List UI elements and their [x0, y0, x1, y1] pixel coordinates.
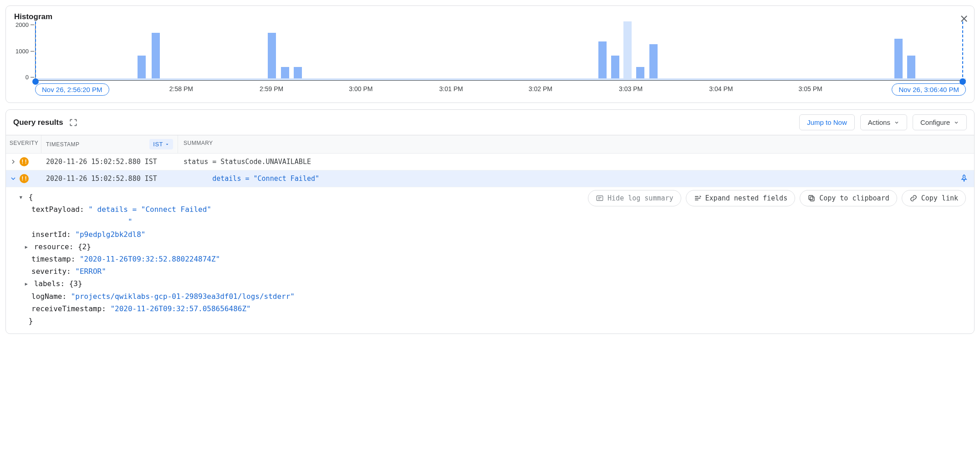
col-severity[interactable]: SEVERITY	[6, 135, 41, 153]
log-timestamp: 2020-11-26 15:02:52.880 IST	[41, 156, 178, 168]
json-key[interactable]: receiveTimestamp:	[31, 304, 106, 313]
hide-label: Hide log summary	[607, 194, 674, 202]
configure-label: Configure	[920, 118, 950, 126]
expand-nested-button[interactable]: Expand nested fields	[686, 190, 796, 206]
fullscreen-icon[interactable]	[69, 118, 78, 127]
log-summary: status = StatusCode.UNAVAILABLE	[178, 156, 974, 168]
x-tick-label: 3:01 PM	[439, 85, 463, 92]
json-open-brace: {	[29, 193, 33, 201]
histogram-bar[interactable]	[649, 44, 658, 78]
x-tick-label: 2:58 PM	[169, 85, 193, 92]
histogram-bar[interactable]	[894, 39, 903, 79]
log-row[interactable]: !! 2020-11-26 15:02:52.880 IST details =…	[6, 170, 974, 187]
pin-icon[interactable]	[960, 174, 969, 183]
y-tick-label: 2000	[15, 21, 29, 28]
json-value[interactable]: "2020-11-26T09:32:52.880224874Z"	[80, 255, 220, 263]
caret-right-icon[interactable]: ▸	[24, 277, 30, 290]
histogram-bar[interactable]	[907, 56, 915, 78]
log-summary: details = "Connect Failed"	[178, 173, 960, 185]
json-value[interactable]: "ERROR"	[75, 267, 106, 276]
histogram-bar[interactable]	[152, 33, 160, 78]
json-key[interactable]: timestamp:	[31, 255, 75, 263]
histogram-panel: Histogram 2000 1000 0 Nov 26, 2:56:20 PM…	[5, 5, 975, 103]
col-timestamp-label: TIMESTAMP	[46, 141, 80, 148]
x-tick-label: 2:59 PM	[260, 85, 283, 92]
json-value[interactable]: "2020-11-26T09:32:57.058656486Z"	[110, 304, 250, 313]
y-tick-label: 1000	[15, 48, 29, 55]
histogram-bar[interactable]	[268, 33, 276, 78]
x-tick-label: 3:03 PM	[619, 85, 643, 92]
json-value[interactable]: {2}	[78, 242, 91, 251]
copy-label: Copy to clipboard	[819, 194, 889, 202]
chevron-down-icon	[894, 120, 899, 125]
severity-badge-error: !!	[20, 174, 29, 183]
json-key[interactable]: labels:	[34, 279, 65, 288]
hide-log-summary-button[interactable]: Hide log summary	[588, 190, 681, 206]
chevron-right-icon[interactable]	[10, 158, 17, 165]
y-axis: 2000 1000 0	[14, 21, 35, 81]
copy-icon	[807, 194, 816, 202]
log-row[interactable]: !! 2020-11-26 15:02:52.880 IST status = …	[6, 154, 974, 170]
svg-rect-1	[810, 197, 814, 201]
caret-right-icon[interactable]: ▸	[24, 241, 30, 253]
json-close-brace: }	[29, 317, 33, 325]
expand-label: Expand nested fields	[705, 194, 788, 202]
log-timestamp: 2020-11-26 15:02:52.880 IST	[41, 173, 178, 185]
range-end-handle[interactable]	[960, 78, 966, 85]
x-tick-label: 3:05 PM	[799, 85, 822, 92]
y-tick-label: 0	[26, 74, 29, 81]
range-end-chip[interactable]: Nov 26, 3:06:40 PM	[892, 83, 966, 96]
range-start-handle[interactable]	[32, 78, 39, 85]
x-tick-label: 3:02 PM	[529, 85, 552, 92]
actions-button[interactable]: Actions	[860, 114, 907, 130]
histogram-bar[interactable]	[294, 67, 302, 78]
json-key[interactable]: severity:	[31, 267, 71, 276]
json-value[interactable]: " details = "Connect Failed"	[88, 205, 211, 214]
results-header: Query results Jump to Now Actions Config…	[6, 110, 974, 135]
chevron-down-icon[interactable]	[10, 175, 17, 182]
svg-rect-2	[809, 195, 813, 200]
column-headers: SEVERITY TIMESTAMP IST SUMMARY	[6, 135, 974, 154]
json-key[interactable]: insertId:	[31, 230, 71, 239]
summary-icon	[596, 194, 604, 202]
results-title: Query results	[13, 118, 63, 127]
plot-area[interactable]	[35, 21, 966, 81]
histogram-bar[interactable]	[611, 56, 619, 78]
json-value: "	[128, 217, 133, 226]
timezone-chip[interactable]: IST	[149, 139, 173, 149]
caret-down-icon[interactable]: ▾	[19, 191, 24, 203]
query-results-panel: Query results Jump to Now Actions Config…	[5, 109, 975, 334]
link-label: Copy link	[921, 194, 958, 202]
json-key[interactable]: logName:	[31, 292, 66, 301]
x-tick-label: 3:00 PM	[349, 85, 373, 92]
json-key[interactable]: resource:	[34, 242, 74, 251]
x-tick-label: 3:04 PM	[709, 85, 733, 92]
json-value[interactable]: "p9edplg2bk2dl8"	[75, 230, 145, 239]
jump-to-now-button[interactable]: Jump to Now	[799, 114, 855, 130]
copy-link-button[interactable]: Copy link	[902, 190, 966, 206]
link-icon	[909, 194, 918, 202]
expanded-actions: Hide log summary Expand nested fields Co…	[588, 190, 966, 206]
json-value[interactable]: {3}	[69, 279, 82, 288]
configure-button[interactable]: Configure	[913, 114, 967, 130]
chevron-down-icon	[954, 120, 959, 125]
col-summary[interactable]: SUMMARY	[178, 135, 974, 153]
histogram-bar[interactable]	[636, 67, 644, 78]
svg-rect-0	[597, 196, 603, 201]
json-key[interactable]: textPayload:	[31, 205, 84, 214]
histogram-bar[interactable]	[598, 41, 607, 78]
json-value[interactable]: "projects/qwiklabs-gcp-01-29893ea3df01/l…	[71, 292, 295, 301]
caret-down-icon	[165, 142, 169, 147]
copy-clipboard-button[interactable]: Copy to clipboard	[800, 190, 897, 206]
histogram-bar[interactable]	[138, 56, 146, 78]
col-timestamp[interactable]: TIMESTAMP IST	[41, 135, 178, 153]
x-axis: Nov 26, 2:56:20 PM Nov 26, 3:06:40 PM 2:…	[35, 81, 966, 99]
range-start-chip[interactable]: Nov 26, 2:56:20 PM	[35, 83, 109, 96]
histogram-chart[interactable]: 2000 1000 0	[14, 21, 966, 81]
histogram-bar[interactable]	[623, 21, 632, 78]
log-expanded-body: Hide log summary Expand nested fields Co…	[6, 187, 974, 334]
timezone-label: IST	[153, 141, 163, 148]
histogram-bar[interactable]	[281, 67, 289, 78]
histogram-title: Histogram	[14, 12, 966, 21]
expand-icon	[694, 194, 702, 202]
